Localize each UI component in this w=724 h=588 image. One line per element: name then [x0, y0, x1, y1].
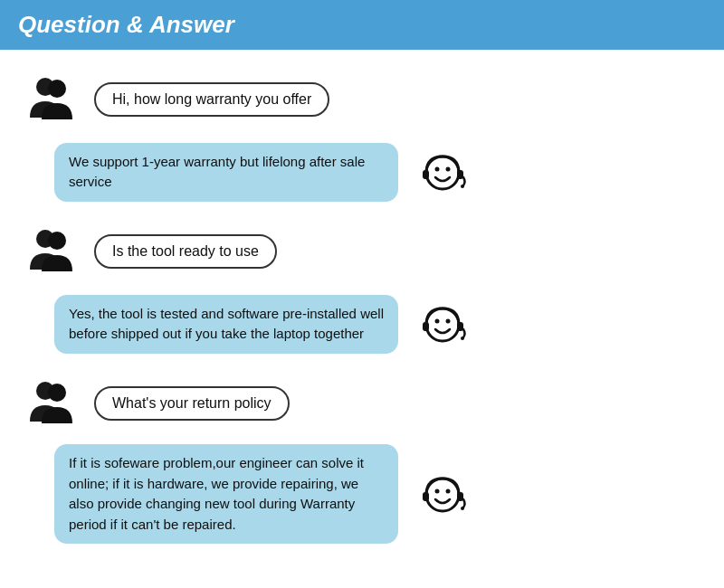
svg-point-9	[48, 232, 66, 250]
svg-rect-5	[423, 170, 429, 179]
svg-rect-13	[423, 322, 429, 331]
svg-point-20	[445, 488, 450, 493]
svg-point-7	[461, 185, 464, 188]
user-icon-2	[18, 220, 81, 283]
svg-point-11	[434, 318, 439, 323]
answer-bubble-1: We support 1-year warranty but lifelong …	[54, 143, 398, 202]
svg-point-17	[48, 384, 66, 402]
question-bubble-3: What's your return policy	[94, 386, 290, 421]
answer-bubble-3: If it is sofeware problem,our engineer c…	[54, 444, 398, 544]
svg-point-23	[461, 507, 464, 510]
svg-rect-21	[423, 492, 429, 501]
question-bubble-1: Hi, how long warranty you offer	[94, 82, 329, 117]
question-row-1: Hi, how long warranty you offer	[18, 68, 706, 131]
qa-pair-2: Is the tool ready to use Yes, the tool i…	[18, 220, 706, 356]
answer-row-2: Yes, the tool is tested and software pre…	[18, 292, 706, 356]
chat-container: Hi, how long warranty you offer We suppo…	[0, 50, 724, 553]
support-icon-1	[411, 140, 474, 204]
answer-row-3: If it is sofeware problem,our engineer c…	[18, 444, 706, 544]
answer-row-1: We support 1-year warranty but lifelong …	[18, 140, 706, 204]
svg-point-4	[445, 166, 450, 171]
svg-point-15	[461, 337, 464, 340]
header: Question & Answer	[0, 0, 724, 50]
svg-point-1	[48, 80, 66, 98]
question-row-2: Is the tool ready to use	[18, 220, 706, 283]
question-bubble-2: Is the tool ready to use	[94, 234, 277, 269]
qa-pair-3: What's your return policy If it is sofew…	[18, 372, 706, 544]
answer-bubble-2: Yes, the tool is tested and software pre…	[54, 295, 398, 354]
svg-point-12	[445, 318, 450, 323]
user-icon-1	[18, 68, 81, 131]
page-title: Question & Answer	[18, 11, 234, 38]
question-row-3: What's your return policy	[18, 372, 706, 435]
svg-point-19	[434, 488, 439, 493]
qa-pair-1: Hi, how long warranty you offer We suppo…	[18, 68, 706, 204]
support-icon-3	[411, 462, 474, 526]
support-icon-2	[411, 292, 474, 356]
svg-point-3	[434, 166, 439, 171]
user-icon-3	[18, 372, 81, 435]
